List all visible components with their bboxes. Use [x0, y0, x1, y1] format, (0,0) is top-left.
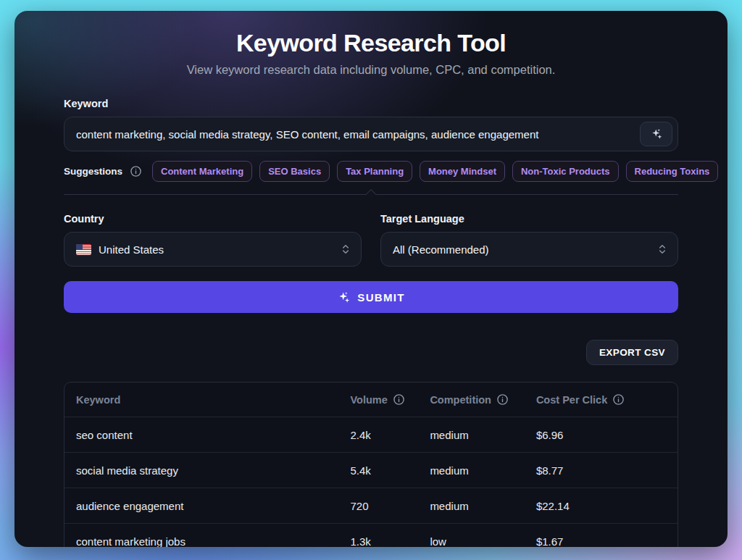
- suggestion-pill[interactable]: Non-Toxic Products: [512, 161, 619, 182]
- column-label: Cost Per Click: [536, 394, 607, 406]
- column-header-keyword: Keyword: [76, 383, 351, 417]
- chevrons-updown-icon: [656, 243, 668, 255]
- table-row: audience engagement720medium$22.14: [64, 488, 678, 523]
- language-select[interactable]: All (Recommended): [380, 232, 678, 267]
- section-divider: [64, 194, 678, 195]
- cell-keyword: seo content: [76, 417, 351, 452]
- info-icon[interactable]: [496, 393, 509, 406]
- sparkles-icon: [337, 291, 351, 304]
- country-select[interactable]: United States: [64, 232, 362, 267]
- cell-volume: 720: [351, 488, 430, 523]
- language-field: Target Language All (Recommended): [380, 213, 678, 267]
- cell-competition: medium: [430, 488, 536, 523]
- country-field: Country United States: [64, 213, 362, 267]
- table-body: seo content2.4kmedium$6.96social media s…: [64, 417, 678, 547]
- page-subtitle: View keyword research data including vol…: [14, 63, 728, 77]
- language-label: Target Language: [380, 213, 678, 225]
- cell-cpc: $6.96: [536, 417, 666, 452]
- suggestion-pill[interactable]: SEO Basics: [259, 161, 330, 182]
- cell-volume: 2.4k: [351, 417, 430, 452]
- submit-label: SUBMIT: [357, 291, 404, 304]
- cell-keyword: audience engagement: [76, 488, 351, 523]
- us-flag-icon: [76, 244, 91, 255]
- export-csv-button[interactable]: EXPORT CSV: [586, 340, 678, 365]
- chevrons-updown-icon: [340, 243, 351, 255]
- table-row: social media strategy5.4kmedium$8.77: [64, 452, 678, 488]
- keyword-label: Keyword: [64, 98, 678, 109]
- app-card: Keyword Research Tool View keyword resea…: [14, 11, 728, 547]
- column-label: Keyword: [76, 394, 120, 406]
- info-icon[interactable]: [393, 393, 405, 406]
- suggestion-pill[interactable]: Tax Planning: [337, 161, 412, 182]
- suggestions-list: Content MarketingSEO BasicsTax PlanningM…: [152, 161, 678, 182]
- info-icon[interactable]: [612, 393, 625, 406]
- ai-suggest-button[interactable]: [640, 122, 672, 146]
- results-table: KeywordVolumeCompetitionCost Per Click s…: [64, 382, 678, 547]
- sparkles-icon: [650, 128, 663, 141]
- page-title: Keyword Research Tool: [14, 29, 728, 57]
- suggestion-pill[interactable]: Reducing Toxins: [626, 161, 719, 182]
- country-value: United States: [99, 243, 340, 256]
- column-label: Competition: [430, 394, 491, 406]
- suggestion-pill[interactable]: Money Mindset: [420, 161, 505, 182]
- submit-button[interactable]: SUBMIT: [64, 281, 678, 313]
- language-value: All (Recommended): [393, 243, 656, 256]
- column-header-cost-per-click: Cost Per Click: [536, 383, 666, 417]
- column-header-competition: Competition: [430, 383, 536, 417]
- column-header-volume: Volume: [351, 383, 430, 417]
- suggestions-label: Suggestions: [64, 166, 122, 177]
- cell-keyword: social media strategy: [76, 453, 351, 488]
- export-row: EXPORT CSV: [64, 340, 678, 365]
- page-background: Keyword Research Tool View keyword resea…: [0, 0, 742, 560]
- column-label: Volume: [351, 394, 388, 406]
- locale-form: Country United States Target Language: [64, 213, 678, 267]
- cell-competition: low: [430, 524, 536, 547]
- cell-cpc: $8.77: [536, 453, 666, 488]
- table-row: seo content2.4kmedium$6.96: [64, 417, 678, 452]
- cell-keyword: content marketing jobs: [76, 524, 351, 547]
- suggestions-row: Suggestions Content MarketingSEO BasicsT…: [64, 161, 678, 182]
- info-icon[interactable]: [130, 165, 142, 177]
- cell-competition: medium: [430, 417, 536, 452]
- cell-cpc: $22.14: [536, 488, 666, 523]
- table-header: KeywordVolumeCompetitionCost Per Click: [64, 383, 678, 417]
- cell-volume: 1.3k: [351, 524, 430, 547]
- cell-competition: medium: [430, 453, 536, 488]
- keyword-input[interactable]: [64, 117, 678, 151]
- suggestion-pill[interactable]: Content Marketing: [152, 161, 252, 182]
- keyword-input-wrap: [64, 117, 678, 151]
- cell-cpc: $1.67: [536, 524, 666, 547]
- cell-volume: 5.4k: [351, 453, 430, 488]
- table-row: content marketing jobs1.3klow$1.67: [64, 523, 678, 547]
- country-label: Country: [64, 213, 362, 225]
